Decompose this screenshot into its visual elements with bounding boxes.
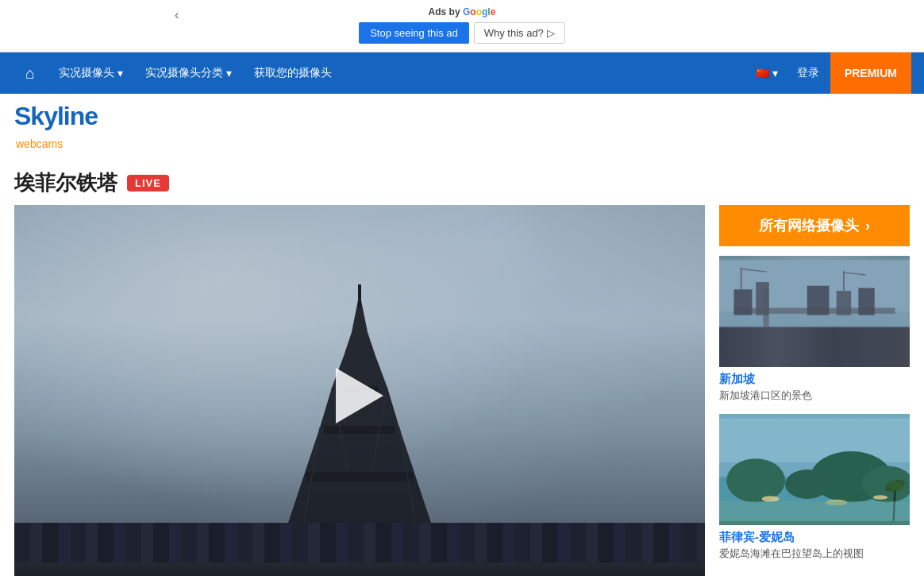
nav-get-camera[interactable]: 获取您的摄像头	[243, 52, 343, 94]
svg-rect-2	[324, 426, 395, 434]
nav-home-button[interactable]: ⌂	[13, 64, 48, 83]
video-player[interactable]	[14, 205, 705, 576]
svg-rect-17	[837, 291, 851, 315]
svg-point-32	[873, 495, 887, 500]
dropdown-arrow-icon: ▾	[117, 67, 123, 79]
navbar: ⌂ 实况摄像头 ▾ 实况摄像头分类 ▾ 获取您的摄像头 🇨🇳 ▾ 登录 PREM…	[0, 52, 924, 94]
singapore-title[interactable]: 新加坡	[719, 372, 910, 387]
why-this-ad-button[interactable]: Why this ad? ▷	[474, 22, 565, 44]
all-webcams-arrow-icon: ›	[865, 218, 870, 234]
logo[interactable]: Skyline webcams	[14, 102, 98, 150]
nav-camera-categories[interactable]: 实况摄像头分类 ▾	[134, 52, 243, 94]
singapore-svg	[719, 256, 910, 367]
back-arrow[interactable]: ‹	[175, 8, 179, 22]
sidebar: 所有网络摄像头 ›	[719, 205, 910, 576]
nav-premium-button[interactable]: PREMIUM	[830, 52, 911, 94]
svg-rect-18	[858, 288, 874, 315]
svg-rect-16	[807, 286, 830, 315]
flag-dropdown-arrow: ▾	[772, 67, 778, 79]
main-layout: 所有网络摄像头 ›	[0, 205, 924, 576]
ad-bar: ‹ Ads by Google Stop seeing this ad Why …	[0, 0, 924, 52]
stop-seeing-ad-button[interactable]: Stop seeing this ad	[359, 22, 469, 44]
philippines-title[interactable]: 菲律宾-爱妮岛	[719, 530, 910, 545]
philippines-thumbnail[interactable]	[719, 414, 910, 525]
svg-rect-24	[719, 418, 910, 462]
ads-by-google-label: Ads by Google	[429, 6, 496, 17]
singapore-card-info: 新加坡 新加坡港口区的景色	[719, 367, 910, 404]
dropdown-arrow-icon-2: ▾	[226, 67, 232, 79]
nav-login-button[interactable]: 登录	[786, 66, 830, 80]
svg-rect-11	[719, 326, 910, 362]
page-title: 埃菲尔铁塔	[14, 169, 117, 197]
logo-skyline-text: Skyline	[14, 102, 98, 130]
sidebar-card-philippines: 菲律宾-爱妮岛 爱妮岛海滩在巴拉望岛上的视图	[719, 414, 910, 562]
flag-icon: 🇨🇳	[756, 67, 769, 79]
buildings-silhouette	[14, 523, 705, 576]
svg-rect-15	[756, 282, 769, 315]
page-title-bar: 埃菲尔铁塔 LIVE	[0, 158, 924, 205]
philippines-description: 爱妮岛海滩在巴拉望岛上的视图	[719, 547, 910, 561]
singapore-description: 新加坡港口区的景色	[719, 389, 910, 403]
nav-live-cameras[interactable]: 实况摄像头 ▾	[48, 52, 134, 94]
singapore-thumbnail[interactable]	[719, 256, 910, 367]
why-ad-icon: ▷	[547, 27, 555, 39]
svg-point-26	[726, 458, 785, 502]
logo-area: Skyline webcams	[0, 94, 924, 158]
svg-point-30	[762, 496, 780, 501]
live-badge: LIVE	[127, 175, 169, 191]
svg-rect-4	[358, 284, 361, 308]
play-button[interactable]	[336, 368, 383, 423]
all-webcams-button[interactable]: 所有网络摄像头 ›	[719, 205, 910, 246]
philippines-svg	[719, 414, 910, 525]
svg-point-29	[785, 470, 829, 499]
svg-point-31	[826, 500, 848, 505]
philippines-card-info: 菲律宾-爱妮岛 爱妮岛海滩在巴拉望岛上的视图	[719, 525, 910, 562]
svg-rect-14	[733, 289, 752, 315]
ad-action-buttons: Stop seeing this ad Why this ad? ▷	[359, 22, 565, 44]
home-icon: ⌂	[25, 64, 35, 83]
nav-language-selector[interactable]: 🇨🇳 ▾	[748, 67, 786, 79]
logo-webcams-text: webcams	[16, 137, 98, 150]
sidebar-card-singapore: 新加坡 新加坡港口区的景色	[719, 256, 910, 404]
svg-rect-1	[306, 472, 414, 481]
